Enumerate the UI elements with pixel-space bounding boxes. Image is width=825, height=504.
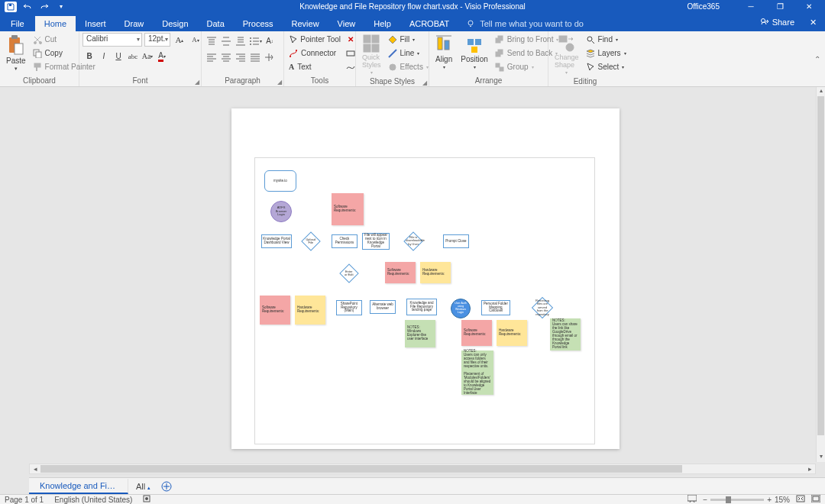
shape-userauth[interactable]: User Auth using Windows Login — [451, 299, 471, 318]
tab-view[interactable]: View — [328, 16, 365, 31]
vscroll-thumb[interactable] — [817, 96, 824, 435]
dialog-launcher-icon[interactable]: ◢ — [422, 79, 427, 86]
tab-draw[interactable]: Draw — [115, 16, 154, 31]
presentation-mode-button[interactable] — [688, 495, 697, 504]
find-button[interactable]: Find▾ — [584, 33, 628, 46]
align-top-button[interactable] — [205, 34, 218, 47]
align-button[interactable]: Align▾ — [432, 33, 455, 71]
shape-swreq3[interactable]: Software Requirements: — [260, 296, 290, 325]
drawing-canvas[interactable]: mysite.io ADFS Browser Login Software Re… — [29, 87, 816, 462]
align-center-button[interactable] — [219, 50, 233, 63]
tell-me-search[interactable]: Tell me what you want to do — [458, 16, 591, 31]
bold-button[interactable]: B — [82, 50, 96, 63]
tab-process[interactable]: Process — [234, 16, 283, 31]
text-tool-button[interactable]: AText — [287, 60, 342, 73]
shape-swreq1[interactable]: Software Requirements: — [332, 193, 364, 225]
fit-page-button[interactable] — [796, 495, 805, 504]
save-button[interactable] — [5, 2, 17, 12]
effects-button[interactable]: Effects▾ — [387, 60, 430, 73]
change-shape-button[interactable]: Change Shape▾ — [552, 33, 582, 76]
rectangle-tool-button[interactable] — [345, 47, 357, 60]
shape-personal[interactable]: Personal Folder Mapping Carousel — [481, 300, 510, 315]
shape-note1[interactable]: NOTES: Windows Explorer-like user interf… — [405, 320, 435, 347]
line-button[interactable]: Line▾ — [387, 47, 430, 60]
status-language[interactable]: English (United States) — [54, 496, 132, 504]
shape-editmeta[interactable]: Enter or Edit — [339, 263, 358, 283]
bullets-button[interactable]: ▾ — [248, 34, 262, 47]
align-right-button[interactable] — [234, 50, 247, 63]
dialog-launcher-icon[interactable]: ◢ — [195, 79, 199, 86]
shape-sprepo[interactable]: SharePoint Repository (Main) — [336, 300, 362, 315]
shape-retrieve[interactable]: Retrieving files are served from the rep… — [532, 297, 553, 318]
font-name-combo[interactable]: Calibri▾ — [82, 33, 142, 47]
connector-tool-button[interactable]: Connector — [287, 47, 342, 60]
shape-hwreq4[interactable]: Hardware Requirements: — [497, 320, 527, 346]
scroll-left-button[interactable]: ◂ — [30, 465, 40, 473]
tab-help[interactable]: Help — [364, 16, 400, 31]
decrease-font-button[interactable]: A▾ — [189, 34, 202, 47]
redo-button[interactable] — [38, 2, 50, 12]
align-bottom-button[interactable] — [234, 34, 247, 47]
font-grow-button[interactable]: A↕ — [263, 34, 277, 47]
shape-checkperm[interactable]: Check Permissions — [332, 234, 358, 248]
paste-button[interactable]: Paste ▾ — [3, 33, 29, 73]
increase-font-button[interactable]: A▴ — [173, 34, 186, 47]
tab-acrobat[interactable]: ACROBAT — [400, 16, 458, 31]
qat-customize[interactable]: ▾ — [55, 2, 67, 12]
scroll-down-button[interactable]: ▾ — [817, 453, 825, 462]
justify-button[interactable] — [248, 50, 262, 63]
restore-button[interactable]: ❐ — [767, 0, 793, 13]
page-tab-1[interactable]: Knowledge and File Repo... — [29, 479, 128, 494]
account-label[interactable]: Office365 — [687, 2, 720, 11]
collapse-ribbon-button[interactable]: ⌃ — [814, 55, 820, 63]
minimize-button[interactable]: ─ — [738, 0, 764, 13]
tab-data[interactable]: Data — [198, 16, 234, 31]
shape-kplanding[interactable]: Knowledge and File Repository landing pa… — [406, 299, 437, 315]
shape-hwreq3[interactable]: Hardware Requirements: — [295, 296, 325, 325]
align-middle-button[interactable] — [219, 34, 233, 47]
align-left-button[interactable] — [205, 50, 218, 63]
italic-button[interactable]: I — [97, 50, 111, 63]
page-tab-all[interactable]: All ▴ — [128, 480, 158, 493]
shape-fileappear[interactable]: File will appear next to icon in Knowled… — [362, 233, 390, 250]
fill-button[interactable]: Fill▾ — [387, 33, 430, 46]
quick-styles-button[interactable]: Quick Styles▾ — [359, 33, 384, 76]
shape-note2[interactable]: NOTES: Users can share the link like Goo… — [550, 318, 581, 351]
close-pane-button[interactable]: ✕ — [804, 13, 822, 31]
underline-button[interactable]: U — [112, 50, 125, 63]
shape-note3[interactable]: NOTES: Users can only access folders and… — [461, 351, 493, 395]
add-page-button[interactable] — [158, 478, 175, 495]
layers-button[interactable]: Layers▾ — [584, 47, 628, 60]
tab-design[interactable]: Design — [153, 16, 197, 31]
dialog-launcher-icon[interactable]: ◢ — [277, 79, 282, 86]
zoom-level[interactable]: 15% — [775, 496, 790, 504]
zoom-in-button[interactable]: + — [767, 496, 772, 504]
shape-swreq4[interactable]: Software Requirements: — [461, 320, 492, 346]
shape-swreq2[interactable]: Software Requirements: — [385, 262, 416, 283]
pointer-tool-button[interactable]: Pointer Tool — [287, 33, 342, 46]
font-size-combo[interactable]: 12pt.▾ — [144, 33, 170, 47]
shape-upload[interactable]: Upload File — [301, 231, 320, 250]
strike-button[interactable]: abc — [126, 50, 140, 63]
horizontal-scrollbar[interactable]: ◂ ▸ — [29, 464, 816, 474]
page-surface[interactable]: mysite.io ADFS Browser Login Software Re… — [231, 108, 620, 449]
zoom-out-button[interactable]: − — [703, 496, 707, 504]
tab-file[interactable]: File — [0, 16, 35, 31]
close-tool-x[interactable]: ✕ — [345, 33, 357, 46]
shape-adfs[interactable]: ADFS Browser Login — [270, 201, 292, 222]
scroll-right-button[interactable]: ▸ — [804, 465, 815, 473]
tab-home[interactable]: Home — [35, 16, 76, 31]
zoom-thumb[interactable] — [726, 496, 731, 503]
shape-prompt[interactable]: Prompt Close — [443, 234, 469, 248]
shape-kpdash[interactable]: Knowledge Portal Dashboard View — [261, 234, 292, 248]
tab-review[interactable]: Review — [283, 16, 328, 31]
shape-start[interactable]: mysite.io — [264, 170, 296, 192]
rotate-text-button[interactable] — [263, 50, 277, 63]
drawing-area[interactable]: mysite.io ADFS Browser Login Software Re… — [254, 157, 595, 444]
position-button[interactable]: Position▾ — [458, 33, 491, 71]
vertical-scrollbar[interactable]: ▴ ▾ — [816, 87, 825, 462]
shape-hwreq2[interactable]: Hardware Requirements: — [420, 262, 451, 283]
shape-filedl[interactable]: File is downloadable by User — [403, 231, 422, 250]
undo-button[interactable] — [21, 2, 34, 12]
hscroll-thumb[interactable] — [40, 465, 682, 473]
